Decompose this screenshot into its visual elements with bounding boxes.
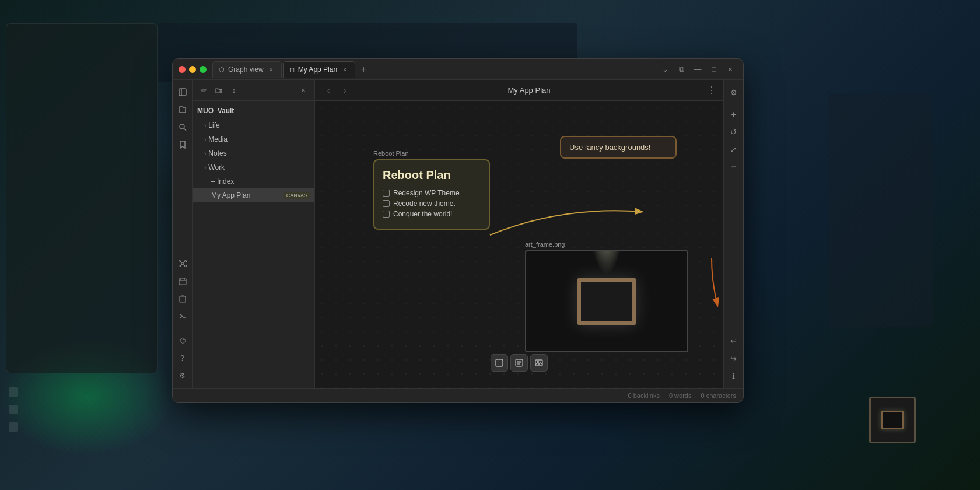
canvas-area[interactable]: Reboot Plan Reboot Plan Redesign WP Them…: [315, 101, 723, 388]
checkbox-2[interactable]: [383, 200, 390, 207]
tab-graph-view-close[interactable]: ×: [267, 65, 275, 74]
checkbox-1[interactable]: [383, 190, 390, 197]
split-view-btn[interactable]: ⧉: [674, 62, 688, 76]
media-label: Media: [208, 135, 310, 144]
art-frame-label: art_frame.png: [525, 241, 688, 248]
my-app-plan-icon: ◻: [289, 66, 295, 74]
canvas-zoom-out-btn[interactable]: −: [726, 159, 741, 174]
checkbox-label-2: Recode new theme.: [393, 200, 456, 208]
canvas-info-btn[interactable]: ℹ: [726, 368, 741, 383]
bg-icon-1: [9, 387, 18, 397]
ribbon-help-btn[interactable]: ?: [175, 351, 190, 366]
checkbox-3[interactable]: [383, 211, 390, 218]
svg-point-4: [181, 262, 184, 265]
sidebar-item-index[interactable]: – Index: [192, 174, 314, 188]
ribbon-bookmark-btn[interactable]: [175, 137, 190, 152]
svg-rect-17: [180, 296, 186, 302]
index-label: – Index: [211, 177, 310, 186]
sidebar-content: MUO_Vault › Life › Media › Notes › Work: [192, 101, 314, 388]
ribbon-calendar-btn[interactable]: [175, 274, 190, 289]
window-body: ⌬ ? ⚙ ✏ ↕ × MUO_Vault: [173, 80, 743, 388]
title-bar-controls: ⌄ ⧉ — □ ×: [658, 62, 737, 76]
characters-count: 0 characters: [701, 392, 736, 399]
graph-view-icon: ⬡: [219, 66, 225, 74]
canvas-redo-btn[interactable]: ↪: [726, 351, 741, 366]
reboot-plan-card[interactable]: Reboot Plan Redesign WP Theme Recode new…: [373, 159, 490, 230]
ribbon-clipboard-btn[interactable]: [175, 291, 190, 306]
checkbox-label-1: Redesign WP Theme: [393, 189, 460, 197]
my-app-plan-label: My App Plan: [211, 191, 282, 200]
bg-icons: [9, 387, 18, 432]
reboot-plan-label: Reboot Plan: [373, 150, 409, 157]
fancy-backgrounds-text: Use fancy backgrounds!: [569, 143, 667, 152]
canvas-undo-btn[interactable]: ↩: [726, 333, 741, 348]
svg-point-2: [180, 124, 184, 129]
close-button[interactable]: [178, 66, 186, 73]
bg-icon-3: [9, 422, 18, 432]
new-folder-btn[interactable]: [212, 84, 225, 97]
notes-arrow: ›: [204, 150, 206, 157]
ribbon-search-btn[interactable]: [175, 120, 190, 135]
art-frame-inner: [578, 278, 636, 325]
sidebar-item-work[interactable]: › Work: [192, 160, 314, 174]
nav-back-btn[interactable]: ‹: [322, 84, 335, 97]
vault-name: MUO_Vault: [192, 104, 314, 118]
svg-line-3: [184, 128, 186, 131]
checkbox-item-2[interactable]: Recode new theme.: [383, 200, 481, 208]
window-close-btn[interactable]: ×: [723, 62, 737, 76]
art-frame-image: [525, 250, 688, 352]
new-note-btn[interactable]: ✏: [197, 84, 210, 97]
canvas-add-media-btn[interactable]: [530, 354, 548, 372]
sidebar-close-btn[interactable]: ×: [297, 84, 310, 97]
window-maximize-btn[interactable]: □: [707, 62, 721, 76]
sidebar-item-life[interactable]: › Life: [192, 118, 314, 132]
tab-graph-view[interactable]: ⬡ Graph view ×: [212, 61, 282, 78]
main-content-area: ‹ › My App Plan ⋮: [315, 80, 723, 388]
ribbon-sidebar-toggle[interactable]: [175, 85, 190, 100]
svg-line-11: [180, 265, 183, 265]
bg-thumbnail: [869, 397, 916, 443]
canvas-add-note-btn[interactable]: [510, 354, 528, 372]
ribbon-vault-btn[interactable]: ⌬: [175, 333, 190, 348]
checkbox-item-3[interactable]: Conquer the world!: [383, 210, 481, 218]
canvas-zoom-in-btn[interactable]: +: [726, 107, 741, 122]
sidebar-item-media[interactable]: › Media: [192, 132, 314, 146]
sort-btn[interactable]: ↕: [228, 84, 240, 97]
tab-my-app-plan-label: My App Plan: [298, 65, 337, 74]
canvas-add-card-btn[interactable]: [491, 354, 508, 372]
chevron-down-btn[interactable]: ⌄: [658, 62, 672, 76]
ribbon-settings-btn[interactable]: ⚙: [175, 368, 190, 383]
canvas-bottom-toolbar: [491, 354, 548, 372]
tab-my-app-plan[interactable]: ◻ My App Plan ×: [283, 61, 355, 78]
work-label: Work: [208, 163, 310, 172]
reboot-plan-title: Reboot Plan: [383, 169, 481, 182]
fancy-backgrounds-card[interactable]: Use fancy backgrounds!: [560, 136, 677, 159]
tab-add-button[interactable]: +: [356, 62, 370, 76]
spotlight-effect: [589, 250, 624, 275]
svg-line-12: [183, 265, 185, 265]
art-frame-card[interactable]: art_frame.png: [525, 241, 688, 352]
ribbon-terminal-btn[interactable]: [175, 309, 190, 324]
window-controls: [178, 66, 206, 73]
tabs-area: ⬡ Graph view × ◻ My App Plan × +: [212, 61, 658, 78]
ribbon-files-btn[interactable]: [175, 102, 190, 117]
canvas-settings-btn[interactable]: ⚙: [726, 85, 741, 100]
sidebar-item-notes[interactable]: › Notes: [192, 146, 314, 160]
content-more-btn[interactable]: ⋮: [707, 85, 716, 96]
words-count: 0 words: [669, 392, 692, 399]
checkbox-item-1[interactable]: Redesign WP Theme: [383, 189, 481, 197]
ribbon: ⌬ ? ⚙: [173, 80, 192, 388]
notes-label: Notes: [208, 149, 310, 158]
tab-my-app-plan-close[interactable]: ×: [341, 65, 349, 74]
window-minimize-btn[interactable]: —: [691, 62, 705, 76]
nav-forward-btn[interactable]: ›: [338, 84, 351, 97]
ribbon-graph-btn[interactable]: [175, 256, 190, 271]
content-title: My App Plan: [355, 86, 704, 94]
maximize-button[interactable]: [200, 66, 206, 73]
sidebar-toolbar: ✏ ↕ ×: [192, 80, 314, 101]
sidebar-item-my-app-plan[interactable]: My App Plan CANVAS: [192, 188, 314, 202]
canvas-fit-btn[interactable]: ⤢: [726, 142, 741, 157]
canvas-refresh-btn[interactable]: ↺: [726, 124, 741, 139]
bg-window-right: [828, 93, 933, 327]
minimize-button[interactable]: [189, 66, 196, 73]
